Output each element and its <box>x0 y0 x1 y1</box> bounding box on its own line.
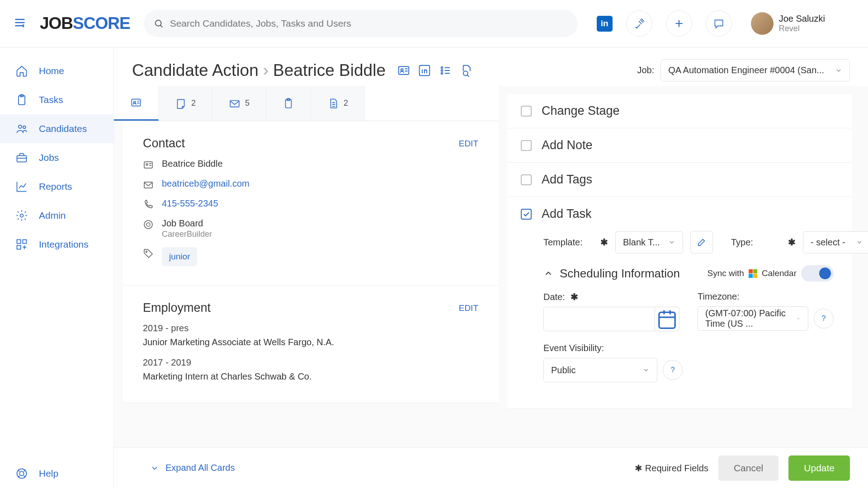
visibility-select[interactable]: Public <box>543 358 657 382</box>
timezone-select[interactable]: (GMT-07:00) Pacific Time (US ... <box>698 306 808 331</box>
svg-point-11 <box>19 471 24 475</box>
linkedin-icon[interactable] <box>416 62 433 79</box>
svg-point-3 <box>19 125 22 128</box>
search-doc-icon[interactable] <box>458 62 474 79</box>
required-note: ✱ Required Fields <box>635 463 708 474</box>
phone-icon <box>143 199 154 210</box>
sidebar-item-integrations[interactable]: Integrations <box>0 230 113 259</box>
visibility-label: Event Visibility: <box>543 343 683 353</box>
breadcrumb-root[interactable]: Candidate Action <box>132 61 259 80</box>
update-button[interactable]: Update <box>788 455 850 481</box>
help-button[interactable]: ? <box>814 309 834 328</box>
sidebar-item-label: Integrations <box>39 239 89 250</box>
svg-rect-12 <box>399 66 409 75</box>
template-select[interactable]: Blank T... <box>615 231 683 253</box>
edit-template-button[interactable] <box>690 231 713 253</box>
id-card-icon <box>143 160 154 170</box>
sidebar-item-tasks[interactable]: Tasks <box>0 85 113 114</box>
svg-point-20 <box>134 101 136 103</box>
checkbox[interactable] <box>521 106 532 117</box>
sidebar-item-label: Help <box>39 468 58 479</box>
sidebar-item-help[interactable]: Help <box>0 459 113 488</box>
help-button[interactable]: ? <box>663 360 683 380</box>
contact-tag[interactable]: junior <box>162 247 197 266</box>
section-title: Add Tags <box>542 173 592 187</box>
chat-button[interactable] <box>706 10 732 37</box>
calendar-button[interactable] <box>655 307 679 331</box>
tab-badge: 2 <box>191 99 196 108</box>
template-label: Template: <box>543 237 593 248</box>
tab-badge: 5 <box>245 99 250 108</box>
contact-title: Contact <box>143 136 185 150</box>
timezone-label: Timezone: <box>698 291 834 302</box>
gavel-button[interactable] <box>626 10 652 37</box>
checkbox[interactable] <box>521 174 532 185</box>
breadcrumb: Candidate Action › Beatrice Biddle <box>132 61 386 80</box>
type-select[interactable]: - select - <box>803 231 868 253</box>
svg-rect-5 <box>17 155 27 162</box>
tag-icon <box>143 248 154 259</box>
visibility-value: Public <box>551 365 576 375</box>
tab-email[interactable]: 5 <box>212 86 266 121</box>
linkedin-button[interactable]: in <box>597 16 613 32</box>
chevron-up-icon[interactable] <box>543 268 553 278</box>
type-label: Type: <box>731 237 781 248</box>
employment-item: 2017 - 2019 Marketing Intern at Charles … <box>143 357 478 382</box>
contact-email[interactable]: beatriceb@gmail.com <box>162 178 250 189</box>
list-icon[interactable] <box>437 62 453 79</box>
svg-rect-8 <box>23 240 26 244</box>
add-note-section[interactable]: Add Note <box>507 128 852 163</box>
employment-item: 2019 - pres Junior Marketing Associate a… <box>143 323 478 347</box>
required-marker: ✱ <box>788 237 796 248</box>
sidebar-item-candidates[interactable]: Candidates <box>0 114 113 143</box>
home-icon <box>15 65 28 77</box>
sidebar-item-label: Admin <box>39 210 66 221</box>
sidebar-item-reports[interactable]: Reports <box>0 172 113 201</box>
svg-rect-30 <box>659 312 675 328</box>
search-input[interactable]: Search Candidates, Jobs, Tasks and Users <box>144 10 578 37</box>
svg-point-28 <box>146 223 150 226</box>
target-icon <box>143 219 154 230</box>
logo-part1: JOB <box>40 14 73 33</box>
expand-all-button[interactable]: Expand All Cards <box>150 463 235 473</box>
sync-toggle[interactable] <box>801 265 834 282</box>
contact-name: Beatrice Biddle <box>162 159 223 169</box>
svg-rect-7 <box>17 240 21 244</box>
sidebar-item-jobs[interactable]: Jobs <box>0 143 113 172</box>
contact-phone[interactable]: 415-555-2345 <box>162 198 218 209</box>
checkbox-checked[interactable] <box>521 209 532 220</box>
sidebar-item-admin[interactable]: Admin <box>0 201 113 230</box>
contact-source: Job Board <box>162 218 203 228</box>
section-title: Change Stage <box>542 104 620 118</box>
tab-profile[interactable] <box>114 86 159 121</box>
edit-employment-button[interactable]: EDIT <box>459 303 478 313</box>
menu-toggle[interactable] <box>14 16 26 31</box>
sidebar-item-label: Reports <box>39 181 72 192</box>
edit-contact-button[interactable]: EDIT <box>459 139 478 149</box>
employment-desc: Junior Marketing Associate at Wells Farg… <box>143 337 478 347</box>
date-input[interactable] <box>543 307 655 331</box>
job-picker-select[interactable]: QA Automation Engineer #0004 (San... <box>660 59 850 81</box>
checkbox[interactable] <box>521 140 532 151</box>
svg-point-18 <box>463 71 468 75</box>
svg-rect-19 <box>132 99 141 106</box>
tab-docs[interactable]: 2 <box>311 86 365 121</box>
svg-rect-9 <box>17 245 21 249</box>
cancel-button[interactable]: Cancel <box>718 455 778 481</box>
job-picker-label: Job: <box>637 65 655 75</box>
contact-card: Contact EDIT Beatrice Biddle beatriceb@g… <box>123 121 498 286</box>
tab-tasks[interactable] <box>266 86 311 121</box>
add-tags-section[interactable]: Add Tags <box>507 163 852 197</box>
add-button[interactable] <box>666 10 692 37</box>
user-menu[interactable]: Joe Saluzki Revel <box>751 12 825 35</box>
employment-period: 2017 - 2019 <box>143 357 478 368</box>
svg-point-4 <box>23 126 26 129</box>
job-picker-value: QA Automation Engineer #0004 (San... <box>668 65 824 75</box>
type-value: - select - <box>811 237 845 248</box>
sidebar-item-home[interactable]: Home <box>0 56 113 85</box>
tab-notes[interactable]: 2 <box>159 86 212 121</box>
profile-card-icon[interactable] <box>396 62 412 79</box>
chart-icon <box>15 180 28 193</box>
employment-title: Employment <box>143 301 211 315</box>
change-stage-section[interactable]: Change Stage <box>507 94 852 128</box>
